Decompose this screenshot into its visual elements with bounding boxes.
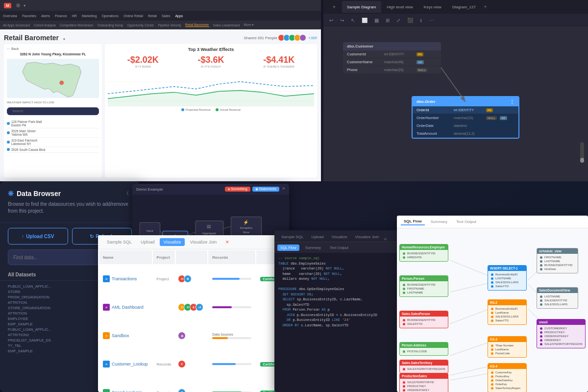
tab-visualize[interactable]: Visualize xyxy=(160,238,185,246)
tab-sample-sql[interactable]: Sample SQL xyxy=(103,238,136,246)
sql-flow-tab[interactable]: SQL Flow xyxy=(277,245,299,251)
rain-value: -$2.02K xyxy=(127,55,159,65)
undo-button[interactable]: ↩ xyxy=(327,17,335,24)
subnav-more[interactable]: More ▾ xyxy=(244,23,254,27)
subnav-all-apps[interactable]: All Apps Scorecard xyxy=(3,24,30,27)
svg-text:⚡: ⚡ xyxy=(243,220,249,225)
more-tools[interactable]: ⋯ xyxy=(427,17,436,24)
rectangle-tool[interactable]: ⬜ xyxy=(360,17,369,24)
tab-upload[interactable]: Upload xyxy=(137,238,159,246)
table-tool[interactable]: ▦ xyxy=(372,17,381,24)
text-output-tab[interactable]: Text Output xyxy=(327,245,351,251)
nav-hr[interactable]: HR xyxy=(72,14,77,18)
tab-visualize-join[interactable]: Visualize Join xyxy=(351,233,383,242)
add-diagram-tab[interactable]: + xyxy=(484,3,487,10)
expand-tool[interactable]: ⤢ xyxy=(394,17,402,24)
order-table-menu[interactable]: ⋮ xyxy=(510,99,514,104)
location-item[interactable]: 319 East FairmontLakewood NY xyxy=(7,138,99,147)
catalog-tabs: Sample SQL Upload Visualize Visualize Jo… xyxy=(103,238,233,246)
close-tab-icon[interactable]: ✕ xyxy=(384,237,387,242)
dataset-name: ≡ AML Dashboard xyxy=(103,304,148,311)
orderid-row: OrderId int IDENTITY PK xyxy=(413,106,518,114)
tab-sample-sql[interactable]: Sample SQL xyxy=(277,233,307,242)
nav-alerts[interactable]: Alerts xyxy=(41,14,50,18)
weather-impact-label: Weather Impact High to Low xyxy=(7,101,99,104)
flow-tab-sqlflow[interactable]: SQL Flow xyxy=(401,218,425,225)
insert-select-node: INSERT-SELECT-1 BusinessEntityID LASTNAM… xyxy=(488,265,527,291)
tab-panel-toggle[interactable]: ▼ xyxy=(327,1,341,13)
upload-csv-button[interactable]: ↑ Upload CSV xyxy=(8,228,68,245)
nav-favorites[interactable]: Favorites xyxy=(22,14,36,18)
db-canvas[interactable]: dbo.Customer CustomerId int IDENTITY PK … xyxy=(323,27,588,181)
location-item[interactable]: 128 Palmer Park MallEaston PA xyxy=(7,119,99,128)
svg-text:Exception: Exception xyxy=(240,226,252,229)
demo-btn-1[interactable]: ● Something xyxy=(225,187,250,192)
rain-label: IF IT RAINS xyxy=(127,65,159,68)
svg-line-36 xyxy=(450,282,492,292)
totalamount-row: TotalAmount decimal(12,2) xyxy=(413,130,518,138)
nav-online-retail[interactable]: Online Retail xyxy=(123,14,143,18)
svg-marker-4 xyxy=(108,90,314,106)
nav-overview[interactable]: Overview xyxy=(3,14,17,18)
nav-retail[interactable]: Retail xyxy=(148,14,157,18)
screen-tool[interactable]: ⬛ xyxy=(405,17,415,24)
tab-sample-diagram[interactable]: Sample Diagram xyxy=(342,1,381,13)
close-panel-icon[interactable]: ✕ xyxy=(282,187,285,192)
svg-line-43 xyxy=(450,373,492,380)
columns-tool[interactable]: ⫾ xyxy=(418,17,424,24)
tab-visualize[interactable]: Visualize xyxy=(328,233,351,242)
app-logo: M xyxy=(4,3,11,8)
col-project: Project xyxy=(153,250,175,264)
customer-table: dbo.Customer CustomerId int IDENTITY PK … xyxy=(343,42,441,74)
flow-tab-output[interactable]: Text Output xyxy=(453,219,479,225)
flow-canvas: HumanResources.Employee BUSINESSENTITYID… xyxy=(397,228,588,392)
browser-subtitle: Browse to find the datasources you wish … xyxy=(8,201,132,215)
nav-sales[interactable]: Sales xyxy=(162,14,171,18)
nav-finance[interactable]: Finance xyxy=(55,14,67,18)
demo-btn-2[interactable]: ◉ Statements xyxy=(252,187,279,192)
retail-topbar: M ▼ xyxy=(0,0,321,11)
tab-visualize-join[interactable]: Visualize Join xyxy=(186,238,220,246)
order-table: dbo.Order ⋮ OrderId int IDENTITY PK Orde… xyxy=(412,96,519,139)
nav-marketing[interactable]: Marketing xyxy=(82,14,97,18)
sub-nav: All Apps Scorecard Cohort Analysis Compe… xyxy=(0,21,321,29)
schedule-view-node: schedule_view FIRSTNAME LASTNAME BUSINES… xyxy=(537,248,578,273)
location-item[interactable]: 3526 South Cassia Blvd xyxy=(7,147,99,153)
weather-stats: -$2.02K IF IT RAINS -$3.6K IF IT'S FOGGY… xyxy=(108,55,314,68)
tab-close[interactable]: ✕ xyxy=(221,238,233,246)
select-tool[interactable]: ↖ xyxy=(349,17,357,24)
person-person-node: Person.Person BUSINESSENTITYID FIRSTNAME… xyxy=(399,275,448,297)
summary-tab[interactable]: Summary xyxy=(302,245,324,251)
upload-icon: ↑ xyxy=(22,234,24,239)
subnav-opportunity[interactable]: Opportunity Center xyxy=(127,24,154,27)
nav-apps[interactable]: Apps xyxy=(175,14,183,18)
refresh-icon: ↻ xyxy=(90,234,94,239)
location-search[interactable] xyxy=(7,107,99,115)
subnav-retail-barometer[interactable]: Retail Barometer xyxy=(185,23,209,27)
db-diagram-panel: ▼ Sample Diagram High level view Keys vi… xyxy=(323,0,588,181)
subnav-pipeline[interactable]: Pipeline Velocity xyxy=(158,24,181,27)
back-button[interactable]: ← Back xyxy=(7,47,99,50)
tab-upload[interactable]: Upload xyxy=(307,233,327,242)
tab-keys-view[interactable]: Keys view xyxy=(419,1,446,13)
collapse-button[interactable]: 《 xyxy=(121,189,132,198)
tab-diagram-127[interactable]: Diagram_127 xyxy=(447,1,481,13)
svg-point-0 xyxy=(59,80,64,85)
nav-operations[interactable]: Operations xyxy=(102,14,119,18)
ordernumber-row: OrderNumber nvarchar(10) NULL AK xyxy=(413,114,518,122)
subnav-cohort[interactable]: Cohort Analysis xyxy=(34,24,56,27)
subnav-onboarding[interactable]: Onboarding Kamp xyxy=(98,24,123,27)
location-item[interactable]: 3529 Main StreetYakima WA xyxy=(7,128,99,138)
weather-stat-rain: -$2.02K IF IT RAINS xyxy=(127,55,159,68)
subnav-sales-leaderboard[interactable]: Sales Leaderboard xyxy=(213,24,240,27)
col-records: Records xyxy=(208,250,255,264)
demo-buttons: ● Something ◉ Statements ✕ xyxy=(225,187,285,192)
redo-button[interactable]: ↪ xyxy=(338,17,346,24)
tab-high-level[interactable]: High level view xyxy=(382,1,418,13)
connect-tool[interactable]: ⊞ xyxy=(384,17,392,24)
chart-title: Top 3 Weather Effects xyxy=(108,47,314,52)
svg-line-35 xyxy=(450,260,492,277)
sql-panel-tabs: Sample SQL Upload Visualize Visualize Jo… xyxy=(274,230,397,242)
subnav-competitive[interactable]: Competitive Momentum xyxy=(60,24,94,27)
flow-tab-summary[interactable]: Summary xyxy=(428,219,450,225)
